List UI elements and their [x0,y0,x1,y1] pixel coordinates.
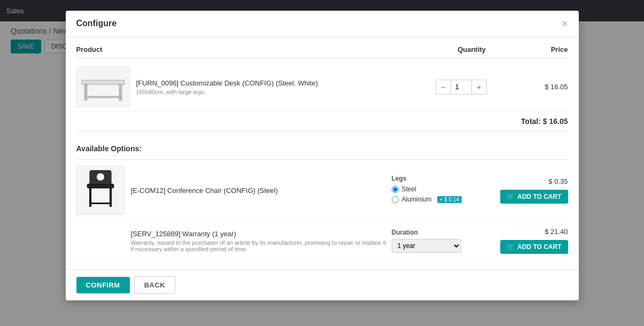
modal-header: Configure × [66,11,579,37]
warranty-name: [SERV_125889] Warranty (1 year) [131,230,386,238]
chair-text: [E-COM12] Conference Chair (CONFIG) (Ste… [131,187,278,195]
warranty-config: Duration 1 year 2 years 3 years [386,229,483,253]
option-chair-info: [E-COM12] Conference Chair (CONFIG) (Ste… [76,166,386,214]
svg-rect-0 [82,80,125,84]
option-row-warranty: [SERV_125889] Warranty (1 year) Warranty… [76,221,568,261]
warranty-add-to-cart-label: ADD TO CART [517,243,561,251]
product-description: 160x80cm, with large legs. [136,89,318,95]
modal-title: Configure [76,19,117,28]
product-name: [FURN_0096] Customizable Desk (CONFIG) (… [136,79,318,87]
aluminium-extra-badge: + $ 0.14 [437,196,462,203]
total-row: Total: $ 16.05 [76,112,568,131]
col-quantity-label: Quantity [440,45,504,53]
steel-radio-row: Steel [392,185,477,193]
warranty-price: $ 21.40 [545,228,568,236]
selected-product-row: [FURN_0096] Customizable Desk (CONFIG) (… [76,63,568,112]
modal-close-button[interactable]: × [562,18,568,29]
warranty-text: [SERV_125889] Warranty (1 year) Warranty… [131,230,386,252]
chair-config: Legs Steel Aluminium + $ 0.14 [386,175,483,206]
desk-image [79,69,127,104]
cart-icon: 🛒 [507,193,515,200]
chair-add-to-cart-label: ADD TO CART [517,193,561,200]
col-product-label: Product [76,45,440,53]
col-price-label: Price [504,45,568,53]
back-button[interactable]: BACK [134,276,176,294]
warranty-price-cart: $ 21.40 🛒 ADD TO CART [483,228,568,254]
product-price: $ 16.05 [504,83,568,91]
product-info: [FURN_0096] Customizable Desk (CONFIG) (… [76,67,418,107]
configure-modal: Configure × Product Quantity Price [66,11,579,300]
svg-rect-3 [84,96,122,98]
duration-select[interactable]: 1 year 2 years 3 years [392,239,461,253]
option-row-chair: [E-COM12] Conference Chair (CONFIG) (Ste… [76,160,568,221]
aluminium-radio-row: Aluminium + $ 0.14 [392,196,477,203]
modal-overlay: Configure × Product Quantity Price [0,0,644,326]
svg-rect-1 [84,84,87,100]
available-options-title: Available Options: [76,139,568,160]
chair-price: $ 0.35 [548,177,568,185]
option-warranty-info: [SERV_125889] Warranty (1 year) Warranty… [76,230,386,252]
quantity-input[interactable] [451,80,472,95]
legs-label: Legs [392,175,477,182]
product-text: [FURN_0096] Customizable Desk (CONFIG) (… [136,79,318,95]
chair-name: [E-COM12] Conference Chair (CONFIG) (Ste… [131,187,278,195]
total-label: Total: $ 16.05 [521,117,568,126]
modal-body: Product Quantity Price [66,37,579,269]
quantity-control: − + [418,80,504,95]
product-table-header: Product Quantity Price [76,45,568,58]
svg-rect-9 [89,203,112,204]
warranty-add-to-cart-button[interactable]: 🛒 ADD TO CART [500,240,568,254]
chair-add-to-cart-button[interactable]: 🛒 ADD TO CART [500,190,568,204]
quantity-increase-button[interactable]: + [472,80,487,95]
chair-price-cart: $ 0.35 🛒 ADD TO CART [483,177,568,204]
svg-rect-2 [119,84,122,100]
steel-label: Steel [402,185,416,193]
chair-thumbnail [76,166,125,214]
quantity-decrease-button[interactable]: − [436,80,451,95]
svg-point-6 [97,173,104,181]
aluminium-label: Aluminium [402,196,432,203]
warranty-description: Warranty, issued to the purchaser of an … [131,239,386,252]
duration-label: Duration [392,229,477,236]
aluminium-radio[interactable] [392,196,399,203]
modal-footer: CONFIRM BACK [66,269,579,300]
confirm-button[interactable]: CONFIRM [76,277,130,293]
steel-radio[interactable] [392,186,399,193]
chair-image [82,168,119,213]
cart-icon-2: 🛒 [507,243,515,251]
product-thumbnail [76,67,130,107]
